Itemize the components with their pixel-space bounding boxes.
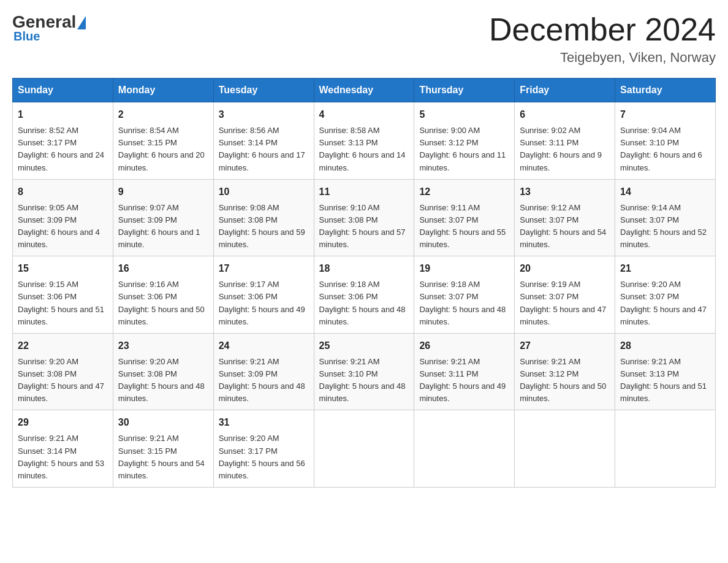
day-info: Sunrise: 9:21 AMSunset: 3:11 PMDaylight:… [419,357,506,403]
table-row: 3 Sunrise: 8:56 AMSunset: 3:14 PMDayligh… [213,102,314,180]
day-number: 3 [219,107,309,122]
day-info: Sunrise: 9:02 AMSunset: 3:11 PMDaylight:… [520,126,602,172]
day-info: Sunrise: 9:21 AMSunset: 3:10 PMDaylight:… [319,357,406,403]
day-number: 2 [118,107,208,122]
logo-blue-text: Blue [13,29,40,44]
day-number: 24 [219,339,309,353]
week-row-1: 1 Sunrise: 8:52 AMSunset: 3:17 PMDayligh… [13,102,716,180]
calendar-header-row: Sunday Monday Tuesday Wednesday Thursday… [13,79,716,102]
day-info: Sunrise: 9:20 AMSunset: 3:17 PMDaylight:… [219,434,305,480]
day-number: 12 [419,185,509,199]
day-number: 11 [319,185,409,199]
table-row: 12 Sunrise: 9:11 AMSunset: 3:07 PMDaylig… [414,179,515,256]
day-info: Sunrise: 9:20 AMSunset: 3:08 PMDaylight:… [118,357,205,403]
col-saturday: Saturday [615,79,716,102]
day-number: 13 [520,185,610,199]
day-number: 25 [319,339,409,353]
day-info: Sunrise: 9:20 AMSunset: 3:08 PMDaylight:… [18,357,104,403]
day-info: Sunrise: 9:04 AMSunset: 3:10 PMDaylight:… [620,126,702,172]
day-number: 20 [520,261,610,276]
day-number: 31 [219,415,309,430]
week-row-2: 8 Sunrise: 9:05 AMSunset: 3:09 PMDayligh… [13,179,716,256]
table-row: 21 Sunrise: 9:20 AMSunset: 3:07 PMDaylig… [615,256,716,334]
table-row [615,410,716,488]
day-info: Sunrise: 9:10 AMSunset: 3:08 PMDaylight:… [319,203,406,249]
table-row: 10 Sunrise: 9:08 AMSunset: 3:08 PMDaylig… [213,179,314,256]
table-row: 31 Sunrise: 9:20 AMSunset: 3:17 PMDaylig… [213,410,314,488]
table-row: 7 Sunrise: 9:04 AMSunset: 3:10 PMDayligh… [615,102,716,180]
table-row: 28 Sunrise: 9:21 AMSunset: 3:13 PMDaylig… [615,333,716,410]
day-info: Sunrise: 9:12 AMSunset: 3:07 PMDaylight:… [520,203,606,249]
day-number: 29 [18,415,108,430]
logo: General Blue [12,12,86,44]
table-row: 19 Sunrise: 9:18 AMSunset: 3:07 PMDaylig… [414,256,515,334]
table-row: 18 Sunrise: 9:18 AMSunset: 3:06 PMDaylig… [314,256,414,334]
day-number: 16 [118,261,208,276]
day-info: Sunrise: 8:56 AMSunset: 3:14 PMDaylight:… [219,126,305,172]
table-row: 25 Sunrise: 9:21 AMSunset: 3:10 PMDaylig… [314,333,414,410]
day-info: Sunrise: 9:19 AMSunset: 3:07 PMDaylight:… [520,280,606,326]
day-number: 14 [620,185,710,199]
logo-triangle-icon [77,16,86,29]
table-row: 24 Sunrise: 9:21 AMSunset: 3:09 PMDaylig… [213,333,314,410]
table-row: 14 Sunrise: 9:14 AMSunset: 3:07 PMDaylig… [615,179,716,256]
day-info: Sunrise: 9:00 AMSunset: 3:12 PMDaylight:… [419,126,506,172]
day-number: 23 [118,339,208,353]
day-number: 8 [18,185,108,199]
col-wednesday: Wednesday [314,79,414,102]
table-row: 29 Sunrise: 9:21 AMSunset: 3:14 PMDaylig… [13,410,113,488]
day-number: 19 [419,261,509,276]
month-title: December 2024 [489,12,716,47]
week-row-4: 22 Sunrise: 9:20 AMSunset: 3:08 PMDaylig… [13,333,716,410]
day-number: 1 [18,107,108,122]
day-info: Sunrise: 9:21 AMSunset: 3:14 PMDaylight:… [18,434,104,480]
day-info: Sunrise: 8:52 AMSunset: 3:17 PMDaylight:… [18,126,104,172]
day-number: 17 [219,261,309,276]
title-section: December 2024 Teigebyen, Viken, Norway [489,12,716,66]
day-info: Sunrise: 9:08 AMSunset: 3:08 PMDaylight:… [219,203,305,249]
week-row-5: 29 Sunrise: 9:21 AMSunset: 3:14 PMDaylig… [13,410,716,488]
day-number: 21 [620,261,710,276]
table-row: 26 Sunrise: 9:21 AMSunset: 3:11 PMDaylig… [414,333,515,410]
table-row: 15 Sunrise: 9:15 AMSunset: 3:06 PMDaylig… [13,256,113,334]
day-number: 6 [520,107,610,122]
day-info: Sunrise: 9:07 AMSunset: 3:09 PMDaylight:… [118,203,200,249]
day-number: 28 [620,339,710,353]
table-row: 5 Sunrise: 9:00 AMSunset: 3:12 PMDayligh… [414,102,515,180]
day-number: 4 [319,107,409,122]
col-monday: Monday [113,79,213,102]
day-number: 10 [219,185,309,199]
day-info: Sunrise: 9:21 AMSunset: 3:12 PMDaylight:… [520,357,606,403]
table-row: 17 Sunrise: 9:17 AMSunset: 3:06 PMDaylig… [213,256,314,334]
day-info: Sunrise: 9:17 AMSunset: 3:06 PMDaylight:… [219,280,305,326]
table-row: 23 Sunrise: 9:20 AMSunset: 3:08 PMDaylig… [113,333,213,410]
day-number: 18 [319,261,409,276]
location-subtitle: Teigebyen, Viken, Norway [489,50,716,66]
table-row [314,410,414,488]
day-info: Sunrise: 9:21 AMSunset: 3:13 PMDaylight:… [620,357,707,403]
week-row-3: 15 Sunrise: 9:15 AMSunset: 3:06 PMDaylig… [13,256,716,334]
table-row: 8 Sunrise: 9:05 AMSunset: 3:09 PMDayligh… [13,179,113,256]
page-header: General Blue December 2024 Teigebyen, Vi… [12,12,716,66]
day-number: 30 [118,415,208,430]
col-sunday: Sunday [13,79,113,102]
table-row: 4 Sunrise: 8:58 AMSunset: 3:13 PMDayligh… [314,102,414,180]
day-info: Sunrise: 9:14 AMSunset: 3:07 PMDaylight:… [620,203,707,249]
table-row [515,410,615,488]
day-info: Sunrise: 9:18 AMSunset: 3:06 PMDaylight:… [319,280,406,326]
day-info: Sunrise: 9:20 AMSunset: 3:07 PMDaylight:… [620,280,707,326]
day-info: Sunrise: 9:15 AMSunset: 3:06 PMDaylight:… [18,280,104,326]
table-row [414,410,515,488]
day-info: Sunrise: 9:21 AMSunset: 3:09 PMDaylight:… [219,357,305,403]
table-row: 11 Sunrise: 9:10 AMSunset: 3:08 PMDaylig… [314,179,414,256]
col-tuesday: Tuesday [213,79,314,102]
day-number: 22 [18,339,108,353]
table-row: 20 Sunrise: 9:19 AMSunset: 3:07 PMDaylig… [515,256,615,334]
day-info: Sunrise: 9:21 AMSunset: 3:15 PMDaylight:… [118,434,205,480]
day-info: Sunrise: 9:16 AMSunset: 3:06 PMDaylight:… [118,280,205,326]
day-number: 26 [419,339,509,353]
col-thursday: Thursday [414,79,515,102]
day-number: 5 [419,107,509,122]
col-friday: Friday [515,79,615,102]
day-info: Sunrise: 9:18 AMSunset: 3:07 PMDaylight:… [419,280,506,326]
